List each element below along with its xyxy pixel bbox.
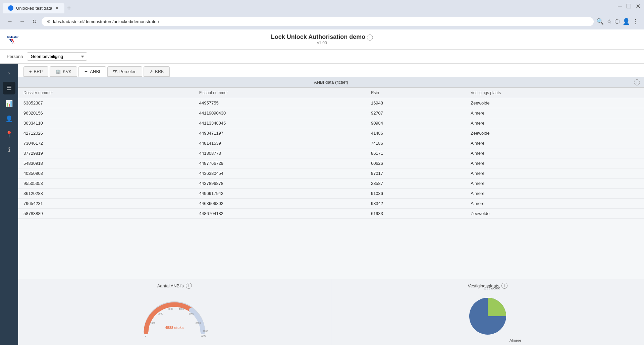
svg-text:7000: 7000 [203, 330, 208, 332]
zoom-icon[interactable]: 🔍 [596, 18, 604, 25]
table-row: 95505353443789687823587Almere [18, 179, 644, 189]
profile-icon[interactable]: 👤 [623, 18, 630, 25]
table-cell: Zeewolde [465, 209, 644, 219]
table-row: 963201564411909043092707Almere [18, 108, 644, 118]
info-icon: ℹ [8, 146, 10, 153]
app-logo: kadaster [7, 33, 19, 46]
data-table-wrapper[interactable]: Dossier nummer Fiscaal nummer Rsin Vesti… [18, 88, 644, 279]
tab-close-button[interactable]: ✕ [55, 5, 59, 11]
svg-text:5000: 5000 [189, 313, 194, 315]
pie-chart-area: Zeewolde Almere [464, 293, 511, 341]
minimize-button[interactable]: ─ [618, 3, 622, 10]
gauge-info-button[interactable]: i [186, 283, 192, 289]
main-layout: › ☰ 📊 👤 📍 ℹ + BRP 🏢 KVK [0, 64, 644, 345]
col-header-dossier: Dossier nummer [18, 88, 194, 98]
sidebar-item-pin[interactable]: 📍 [3, 128, 15, 141]
table-cell: 90984 [366, 118, 465, 128]
sidebar-item-info[interactable]: ℹ [3, 143, 15, 156]
browser-tab[interactable]: Unlocked test data ✕ [3, 3, 64, 13]
refresh-button[interactable]: ↻ [30, 17, 39, 26]
tab-kvk[interactable]: 🏢 KVK [50, 66, 77, 77]
table-cell: 74186 [366, 138, 465, 148]
percelen-tab-icon: 🗺 [113, 69, 117, 74]
table-cell: 23587 [366, 179, 465, 189]
table-cell: Almere [465, 138, 644, 148]
persona-bar: Persona Geen beveiliging Beveiliging aan [0, 50, 644, 64]
new-tab-button[interactable]: + [64, 3, 74, 13]
table-cell: 95505353 [18, 179, 194, 189]
table-cell: 60626 [366, 158, 465, 168]
chart-icon: 📊 [5, 100, 13, 107]
forward-button[interactable]: → [17, 17, 27, 26]
url-secure-icon: ⊙ [47, 19, 50, 24]
close-button[interactable]: ✕ [636, 3, 641, 10]
persona-select[interactable]: Geen beveiliging Beveiliging aan [27, 52, 87, 61]
table-row: 3772981944130877386171Almere [18, 148, 644, 158]
svg-text:4588 stuks: 4588 stuks [165, 326, 184, 330]
table-row: 42712026449347119741486Zeewolde [18, 128, 644, 138]
table-cell: 92707 [366, 108, 465, 118]
tab-brp[interactable]: + BRP [23, 66, 48, 77]
table-cell: 4486704182 [194, 209, 366, 219]
table-cell: 441308773 [194, 148, 366, 158]
data-table: Dossier nummer Fiscaal nummer Rsin Vesti… [18, 88, 644, 219]
brk-tab-label: BRK [155, 69, 164, 74]
pie-panel: Vestigingsplaats i Zeewolde [331, 279, 644, 345]
table-cell: Almere [465, 158, 644, 168]
table-row: 40350803443638045497017Almere [18, 168, 644, 179]
table-section-header: ANBI data (fictief) i [18, 77, 644, 88]
tab-percelen[interactable]: 🗺 Percelen [107, 66, 142, 77]
table-cell: 4437896878 [194, 179, 366, 189]
back-button[interactable]: ← [5, 17, 15, 26]
gauge-container: 4588 stuks 0 1000 2000 3000 4000 5000 60… [22, 291, 327, 342]
table-row: 58783889448670418261933Zeewolde [18, 209, 644, 219]
address-bar[interactable]: ⊙ labs.kadaster.nl/demonstrators/unlocke… [42, 17, 594, 26]
table-row: 638523874495775516948Zeewolde [18, 98, 644, 108]
table-cell: 4493471197 [194, 128, 366, 138]
tab-favicon [8, 5, 13, 11]
table-icon: ☰ [6, 84, 12, 92]
table-title: ANBI data (fictief) [314, 80, 348, 85]
pie-info-button[interactable]: i [501, 283, 507, 289]
tab-title: Unlocked test data [16, 6, 52, 11]
tab-anbi[interactable]: ✦ ANBI [78, 66, 106, 77]
table-info-button[interactable]: i [634, 79, 640, 85]
bookmark-icon[interactable]: ☆ [606, 18, 612, 25]
app-header: kadaster Lock Unlock Authorisation demo … [0, 29, 644, 50]
table-cell: 79654231 [18, 199, 194, 209]
gauge-panel: Aantal ANBI's i 4588 stuks 0 [18, 279, 331, 345]
logo-svg: kadaster [7, 33, 19, 46]
table-cell: 93342 [366, 199, 465, 209]
title-info-icon[interactable]: i [367, 34, 373, 41]
table-cell: 73046172 [18, 138, 194, 148]
table-cell: Almere [465, 108, 644, 118]
table-row: 79654231446360680293342Almere [18, 199, 644, 209]
table-cell: 58783889 [18, 209, 194, 219]
extensions-icon[interactable]: ⬡ [614, 18, 620, 25]
url-text: labs.kadaster.nl/demonstrators/unlocked/… [53, 19, 159, 24]
sidebar: › ☰ 📊 👤 📍 ℹ [0, 64, 18, 345]
content-area: + BRP 🏢 KVK ✦ ANBI 🗺 Percelen ↗ BRK [18, 64, 644, 345]
sidebar-item-table[interactable]: ☰ [3, 82, 15, 94]
menu-icon[interactable]: ⋮ [633, 18, 639, 25]
sidebar-item-person[interactable]: 👤 [3, 113, 15, 125]
svg-text:1000: 1000 [150, 322, 156, 324]
kvk-tab-label: KVK [63, 69, 71, 74]
brk-tab-icon: ↗ [149, 69, 153, 74]
maximize-button[interactable]: ❐ [626, 3, 632, 10]
table-cell: Almere [465, 118, 644, 128]
table-cell: 44119090430 [194, 108, 366, 118]
table-cell: 4487766729 [194, 158, 366, 168]
col-header-vestiging: Vestigings plaats [465, 88, 644, 98]
tab-brk[interactable]: ↗ BRK [144, 66, 170, 77]
table-cell: Zeewolde [465, 128, 644, 138]
svg-text:8000: 8000 [201, 335, 206, 337]
almere-label: Almere [509, 338, 521, 342]
table-cell: Almere [465, 199, 644, 209]
table-cell: 86171 [366, 148, 465, 158]
sidebar-item-chart[interactable]: 📊 [3, 97, 15, 110]
col-header-fiscaal: Fiscaal nummer [194, 88, 366, 98]
person-icon: 👤 [5, 115, 13, 123]
sidebar-toggle-button[interactable]: › [3, 67, 15, 79]
table-cell: Almere [465, 148, 644, 158]
